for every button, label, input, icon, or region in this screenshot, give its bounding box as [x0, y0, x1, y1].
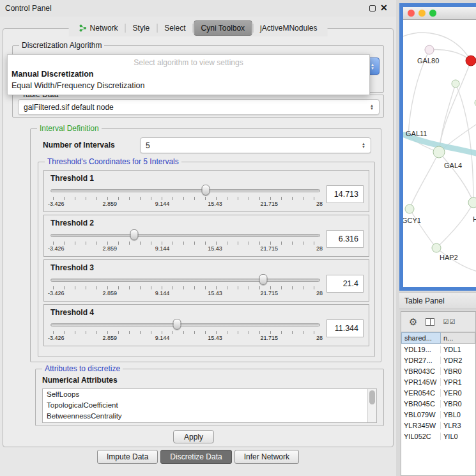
slider-thumb[interactable] [130, 229, 138, 240]
slider-track[interactable] [50, 323, 320, 326]
threshold-value-field[interactable]: 6.316 [326, 230, 364, 248]
tick-label: -3.426 [48, 245, 65, 252]
scrollbar-thumb[interactable] [369, 390, 375, 404]
threshold-slider[interactable]: -3.4262.8599.14415.4321.71528 [50, 229, 320, 253]
table-panel: ⚙ ☑☑ shared... n... YDL19... YDL1 YDR27.… [401, 311, 476, 476]
table-row[interactable]: YPR145W YPR1 [401, 376, 475, 387]
apply-button[interactable]: Apply [173, 430, 214, 443]
threshold-coordinates-group: Threshold's Coordinates for 5 Intervals … [38, 162, 375, 357]
numerical-attributes-list[interactable]: SelfLoopsTopologicalCoefficientBetweenne… [42, 388, 377, 423]
cell-name: YBL0 [441, 411, 475, 418]
column-header-name[interactable]: n... [441, 332, 475, 344]
slider-track[interactable] [50, 234, 320, 237]
tab-cyni-toolbox[interactable]: Cyni Toolbox [194, 20, 252, 36]
cell-name: YPR1 [441, 378, 475, 386]
dropdown-option-manual[interactable]: Manual Discretization [8, 68, 369, 80]
list-item[interactable]: SelfLoops [43, 389, 376, 400]
cell-name: YLR3 [441, 422, 475, 429]
tab-impute-data[interactable]: Impute Data [97, 450, 158, 464]
threshold-slider[interactable]: -3.4262.8599.14415.4321.71528 [50, 184, 320, 208]
tick-label: 28 [316, 201, 323, 207]
tab-infer-network[interactable]: Infer Network [234, 450, 299, 464]
table-panel-title: Table Panel [404, 296, 445, 305]
tab-label: Style [133, 24, 150, 33]
tab-select[interactable]: Select [158, 21, 192, 35]
table-row[interactable]: YBR045C YBR0 [401, 398, 475, 409]
network-canvas[interactable]: GAL80 GAL11 GAL4 GCY1 HAP2 H [403, 20, 476, 286]
table-row[interactable]: YDR27... YDR2 [401, 355, 475, 365]
table-row[interactable]: YDL19... YDL1 [401, 344, 475, 355]
slider-tick-labels: -3.4262.8599.14415.4321.71528 [48, 201, 323, 207]
node-label: GAL4 [444, 162, 462, 169]
slider-track[interactable] [50, 189, 320, 192]
combobox-value: 5 [146, 141, 150, 150]
network-view-window[interactable]: GAL80 GAL11 GAL4 GCY1 HAP2 H [399, 3, 476, 291]
threshold-label: Threshold 4 [50, 308, 369, 317]
zoom-traffic-light-icon[interactable] [429, 10, 436, 17]
bottom-tab-bar: Impute Data Discretize Data Infer Networ… [0, 450, 396, 464]
threshold-value-field[interactable]: 21.4 [326, 275, 364, 293]
tab-style[interactable]: Style [127, 21, 157, 35]
node-label: GAL11 [406, 130, 427, 137]
control-panel: Control Panel ✕ Discretization Algorithm… [0, 0, 396, 476]
cell-shared-name: YPR145W [401, 378, 441, 386]
threshold-value-field[interactable]: 11.344 [326, 319, 364, 337]
tab-network[interactable]: Network [73, 21, 125, 35]
slider-track[interactable] [50, 279, 320, 282]
network-node[interactable] [433, 146, 445, 158]
network-node[interactable] [452, 80, 459, 88]
tab-label: jActiveMNodules [260, 24, 317, 33]
list-scrollbar[interactable] [367, 389, 376, 422]
network-node[interactable] [405, 204, 414, 213]
selected-red-node[interactable] [466, 56, 476, 66]
network-node[interactable] [468, 197, 476, 208]
node-label: HAP2 [440, 254, 458, 261]
numerical-attributes-heading: Numerical Attributes [42, 376, 118, 385]
control-panel-frame: Discretization Algorithm ▲▼ Select algor… [3, 28, 394, 447]
table-row[interactable]: YIL052C YIL0 [401, 431, 475, 441]
gear-icon[interactable]: ⚙ [409, 316, 417, 328]
table-row[interactable]: YLR345W YLR3 [401, 420, 475, 431]
cell-shared-name: YLR345W [401, 422, 441, 429]
network-tab-icon [79, 24, 87, 32]
tab-jactivemnodules[interactable]: jActiveMNodules [254, 21, 323, 35]
tick-label: 21.715 [261, 201, 279, 207]
network-node[interactable] [425, 45, 434, 54]
table-rows[interactable]: YDL19... YDL1 YDR27... YDR2 YBR043C YBR0… [401, 344, 475, 476]
tick-label: 9.144 [155, 245, 170, 252]
network-node[interactable] [432, 243, 441, 252]
table-row[interactable]: YBR043C YBR0 [401, 365, 475, 376]
tick-label: -3.426 [48, 201, 65, 207]
tab-separator [193, 24, 194, 33]
slider-thumb[interactable] [202, 185, 210, 196]
slider-tickmarks [53, 286, 318, 289]
top-tab-bar: Network Style Select Cyni Toolbox jActiv… [69, 20, 328, 36]
minimize-traffic-light-icon[interactable] [418, 10, 426, 17]
float-window-icon[interactable] [369, 5, 376, 12]
threshold-slider[interactable]: -3.4262.8599.14415.4321.71528 [50, 273, 320, 298]
table-row[interactable]: YER054C YER0 [401, 387, 475, 398]
close-traffic-light-icon[interactable] [408, 10, 415, 17]
list-item[interactable]: TopologicalCoefficient [43, 400, 376, 411]
threshold-slider[interactable]: -3.4262.8599.14415.4321.71528 [50, 318, 320, 342]
cell-shared-name: YDL19... [401, 346, 441, 353]
table-row[interactable]: YBL079W YBL0 [401, 409, 475, 420]
slider-thumb[interactable] [259, 274, 268, 285]
tick-label: 9.144 [155, 290, 170, 296]
tick-label: 15.43 [208, 290, 222, 296]
close-icon[interactable]: ✕ [380, 3, 388, 13]
number-of-intervals-combobox[interactable]: 5 ▲▼ [140, 137, 371, 153]
columns-icon[interactable] [426, 318, 434, 326]
column-header-shared-name[interactable]: shared... [401, 332, 441, 344]
tick-label: 21.715 [261, 290, 279, 296]
tab-discretize-data[interactable]: Discretize Data [160, 450, 231, 464]
node-label: H [473, 215, 476, 223]
group-title: Threshold's Coordinates for 5 Intervals [45, 157, 181, 166]
table-data-combobox[interactable]: galFiltered.sif default node ▲▼ [18, 99, 380, 115]
dropdown-option-equal-width[interactable]: Equal Width/Frequency Discretization [8, 80, 369, 91]
cell-shared-name: YBR043C [401, 367, 441, 375]
checkbox-filter-icons[interactable]: ☑☑ [443, 318, 456, 325]
slider-thumb[interactable] [173, 319, 181, 330]
list-item[interactable]: BetweennessCentrality [43, 411, 376, 422]
threshold-value-field[interactable]: 14.713 [326, 185, 364, 203]
